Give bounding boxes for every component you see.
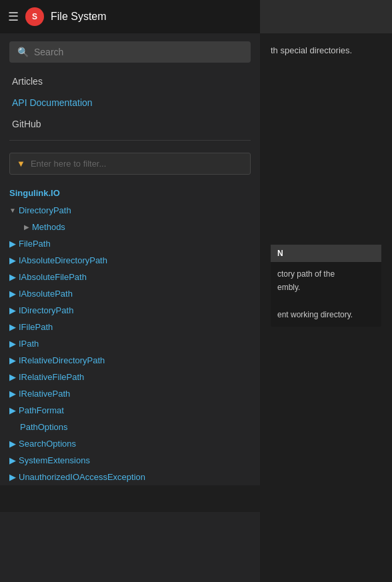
- sidebar: ☰ S File System 🔍 Articles API Documenta…: [0, 0, 260, 582]
- search-icon: 🔍: [17, 47, 29, 57]
- chevron-right-icon: ▶: [9, 389, 16, 399]
- tree-item-filepath[interactable]: ▶ FilePath: [0, 235, 260, 252]
- chevron-right-icon: ▶: [9, 305, 16, 315]
- right-bottom-header: N: [271, 245, 381, 262]
- tree-item-label: SearchOptions: [19, 439, 76, 449]
- tree-item-label: IFilePath: [19, 322, 53, 332]
- tree-item-idirectory-path[interactable]: ▶ IDirectoryPath: [0, 302, 260, 319]
- search-box: 🔍: [9, 41, 251, 63]
- tree-item-label: UnauthorizedIOAccessException: [19, 472, 145, 482]
- right-bottom-line-3: [277, 295, 375, 308]
- chevron-right-icon: ▶: [9, 272, 16, 282]
- tree-item-iabsolute-path[interactable]: ▶ IAbsolutePath: [0, 285, 260, 302]
- chevron-right-icon: ▶: [9, 455, 16, 465]
- tree-item-iabsolute-dirpath[interactable]: ▶ IAbsoluteDirectoryPath: [0, 252, 260, 269]
- right-bottom-line-4: ent working directory.: [277, 308, 375, 321]
- filter-input[interactable]: [31, 159, 243, 169]
- nav-links: Articles API Documentation GitHub: [0, 71, 260, 146]
- tree-item-pathformat[interactable]: ▶ PathFormat: [0, 402, 260, 419]
- chevron-right-icon: ▶: [9, 289, 16, 299]
- chevron-right-icon: ▶: [9, 405, 16, 415]
- tree-section: Singulink.IO ▼ DirectoryPath ▶ Methods ▶…: [0, 181, 260, 582]
- logo: S: [25, 7, 44, 26]
- right-bottom-box: N ctory path of the embly. ent working d…: [271, 245, 381, 327]
- tree-item-label: IAbsoluteDirectoryPath: [19, 255, 107, 265]
- chevron-right-icon: ▶: [9, 472, 16, 482]
- tree-item-irelative-path[interactable]: ▶ IRelativePath: [0, 385, 260, 402]
- tree-item-systemextensions[interactable]: ▶ SystemExtensions: [0, 452, 260, 469]
- tree-item-ipath[interactable]: ▶ IPath: [0, 335, 260, 352]
- nav-divider: [9, 140, 251, 141]
- filter-box: ▼: [9, 153, 251, 175]
- right-panel-content: th special directories. N ctory path of …: [260, 33, 392, 582]
- chevron-right-icon: ▶: [9, 339, 16, 349]
- chevron-down-icon: ▼: [9, 207, 16, 214]
- tree-item-label: PathFormat: [19, 405, 64, 415]
- tree-item-label: SystemExtensions: [19, 455, 90, 465]
- search-input[interactable]: [34, 47, 243, 57]
- tree-subitem-methods[interactable]: ▶ Methods: [0, 219, 260, 235]
- sidebar-bottom: [0, 485, 260, 512]
- tree-item-label: IPath: [19, 339, 39, 349]
- tree-item-directorypath[interactable]: ▼ DirectoryPath: [0, 202, 260, 219]
- tree-item-label: PathOptions: [20, 422, 68, 432]
- right-panel-top: [260, 0, 392, 33]
- tree-item-label: IRelativeFilePath: [19, 372, 84, 382]
- sidebar-header: ☰ S File System: [0, 0, 260, 33]
- tree-item-label: Methods: [32, 222, 65, 232]
- tree-item-label: IAbsolutePath: [19, 289, 73, 299]
- tree-item-ifile-path[interactable]: ▶ IFilePath: [0, 319, 260, 335]
- search-section: 🔍: [0, 33, 260, 71]
- tree-item-irelative-filepath[interactable]: ▶ IRelativeFilePath: [0, 369, 260, 385]
- tree-item-unauthorizedioexception[interactable]: ▶ UnauthorizedIOAccessException: [0, 469, 260, 485]
- tree-item-pathoptions[interactable]: PathOptions: [0, 419, 260, 435]
- tree-item-label: FilePath: [19, 239, 51, 249]
- menu-icon[interactable]: ☰: [8, 9, 19, 24]
- chevron-right-icon: ▶: [9, 322, 16, 332]
- tree-item-irelative-dirpath[interactable]: ▶ IRelativeDirectoryPath: [0, 352, 260, 369]
- chevron-right-icon: ▶: [9, 355, 16, 365]
- filter-section: ▼: [0, 146, 260, 181]
- tree-item-iabsolute-filepath[interactable]: ▶ IAbsoluteFilePath: [0, 269, 260, 285]
- right-panel: th special directories. N ctory path of …: [260, 0, 392, 582]
- tree-item-label: IDirectoryPath: [19, 305, 73, 315]
- chevron-right-icon: ▶: [9, 239, 16, 249]
- tree-item-label: IRelativePath: [19, 389, 70, 399]
- chevron-right-icon: ▶: [9, 255, 16, 265]
- nav-link-github[interactable]: GitHub: [9, 113, 251, 135]
- tree-item-label: IRelativeDirectoryPath: [19, 355, 105, 365]
- filter-icon: ▼: [17, 159, 25, 169]
- nav-link-articles[interactable]: Articles: [9, 71, 251, 92]
- app-title: File System: [51, 11, 107, 23]
- chevron-right-icon: ▶: [9, 439, 16, 449]
- tree-group-label: Singulink.IO: [0, 184, 260, 202]
- nav-link-api-docs[interactable]: API Documentation: [9, 92, 251, 113]
- tree-item-label: IAbsoluteFilePath: [19, 272, 87, 282]
- chevron-right-icon: ▶: [9, 372, 16, 382]
- tree-item-searchoptions[interactable]: ▶ SearchOptions: [0, 435, 260, 452]
- right-bottom-content: ctory path of the embly. ent working dir…: [271, 262, 381, 327]
- right-bottom-line-1: ctory path of the: [277, 267, 375, 281]
- right-partial-text: th special directories.: [271, 44, 381, 58]
- chevron-right-icon: ▶: [24, 223, 29, 231]
- tree-item-label: DirectoryPath: [19, 205, 71, 215]
- right-bottom-line-2: embly.: [277, 281, 375, 294]
